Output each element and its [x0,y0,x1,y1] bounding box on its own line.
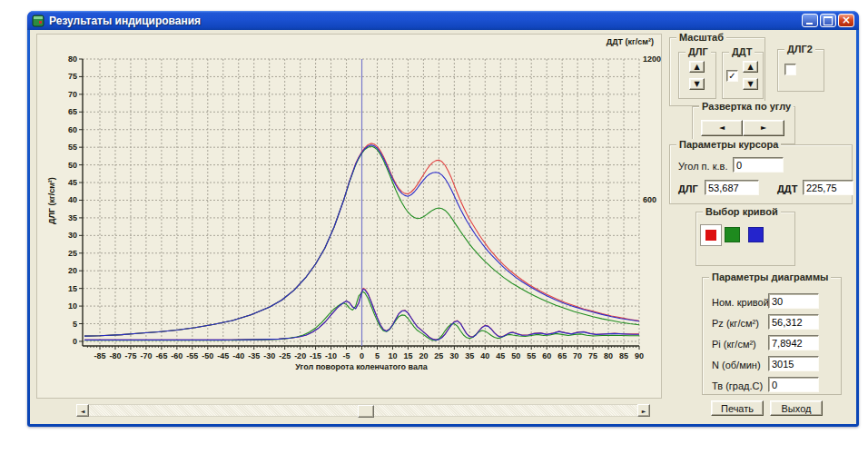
svg-text:0: 0 [73,337,77,346]
maximize-button[interactable] [820,14,836,27]
svg-text:10: 10 [388,351,397,360]
diagram-row-label: Pi (кг/см²) [712,339,756,350]
exit-button[interactable]: Выход [770,400,823,416]
svg-text:55: 55 [527,351,536,360]
svg-text:1200: 1200 [643,54,661,64]
minimize-button[interactable] [802,14,818,27]
svg-text:65: 65 [557,351,567,360]
dlg-spin-up-button[interactable]: ▲ [689,61,705,73]
svg-text:35: 35 [68,213,77,222]
print-button[interactable]: Печать [711,400,764,416]
svg-text:80: 80 [68,54,77,64]
scroll-left-button[interactable]: ◄ [76,404,89,417]
x-axis-title: Угол поворота коленчатого вала [223,362,499,371]
sweep-right-button[interactable]: ► [743,120,784,136]
ddt-spin-up-button[interactable]: ▲ [743,61,758,73]
svg-text:0: 0 [360,351,364,360]
svg-text:-65: -65 [155,351,167,360]
scale-caption: Масштаб [676,32,726,43]
svg-text:80: 80 [604,351,613,360]
svg-text:70: 70 [573,351,582,360]
svg-text:-10: -10 [325,351,337,360]
svg-text:-50: -50 [202,351,213,360]
cursor-angle-label: Угол п. к.в. [678,161,727,172]
maximize-icon [824,16,833,25]
svg-text:40: 40 [68,195,77,204]
svg-text:-60: -60 [171,351,182,360]
sweep-left-button[interactable]: ◄ [701,120,743,136]
diagram-row-label: Pz (кг/см²) [712,318,759,329]
cursor-caption: Параметры курсора [676,139,781,150]
diagram-row-label: Ном. кривой [712,297,769,308]
svg-text:5: 5 [73,320,77,329]
svg-text:-25: -25 [279,351,291,360]
curve-color-red-button[interactable] [700,224,722,246]
svg-text:-30: -30 [263,351,275,360]
close-icon: × [842,15,851,25]
diagram-caption: Параметры диаграммы [709,271,831,282]
ddt-spin-down-button[interactable]: ▼ [743,78,758,90]
app-icon [32,15,44,27]
curve-select-caption: Выбор кривой [703,206,781,217]
pi-field[interactable] [768,335,819,350]
svg-text:-20: -20 [294,351,306,360]
chart-scrollbar: ◄ ► [76,404,650,417]
close-button[interactable]: × [838,14,854,27]
svg-text:30: 30 [449,351,459,360]
pz-field[interactable] [768,314,819,330]
ddt-caption: ДДТ [729,46,755,57]
scroll-left-icon: ◄ [81,408,85,414]
cursor-ddt-label: ДДТ [777,183,797,194]
scale-groupbox: Масштаб ДЛГ ▲ ▼ ДДТ ✓ ▲ ▼ [669,37,765,106]
cursor-dlg-label: ДЛГ [678,183,698,194]
chart-plot[interactable]: -85-80-75-70-65-60-55-50-45-40-35-30-25-… [37,35,661,398]
curve-color-blue-button[interactable] [748,227,764,242]
svg-text:25: 25 [68,249,77,258]
svg-text:60: 60 [542,351,551,360]
svg-text:60: 60 [68,125,77,134]
svg-text:-15: -15 [310,351,321,360]
cursor-angle-field[interactable] [733,157,784,173]
tv-field[interactable] [768,377,819,392]
left-icon: ◄ [719,124,725,132]
ddt-checkbox[interactable]: ✓ [726,70,738,82]
svg-text:85: 85 [619,351,628,360]
svg-text:10: 10 [68,301,77,311]
svg-text:-35: -35 [248,351,260,360]
dlg-caption: ДЛГ [686,46,711,57]
svg-text:75: 75 [68,72,77,81]
minimize-icon [806,23,813,25]
curve-number-field[interactable] [768,293,819,309]
chart-panel: ДДТ (кг/см²) ДЛГ (кг/см²) Угол поворота … [36,34,662,399]
dlg2-groupbox: ДЛГ2 [777,49,824,92]
svg-text:40: 40 [480,351,489,360]
client-area: ДДТ (кг/см²) ДЛГ (кг/см²) Угол поворота … [30,30,856,424]
diagram-row-label: N (об/мин) [712,360,761,370]
svg-text:50: 50 [511,351,520,360]
svg-text:45: 45 [496,351,505,360]
red-swatch [705,230,716,241]
svg-text:20: 20 [68,266,77,275]
cursor-dlg-field[interactable] [705,180,759,195]
diagram-row-label: Тв (град.С) [712,380,763,391]
dlg2-checkbox[interactable] [784,64,796,75]
curve-select-groupbox: Выбор кривой [695,212,795,266]
curve-color-green-button[interactable] [725,227,740,242]
svg-text:-70: -70 [140,351,152,360]
svg-text:45: 45 [68,178,77,187]
scrollbar-track[interactable] [89,404,637,417]
svg-text:-80: -80 [109,351,121,360]
svg-text:15: 15 [68,284,77,293]
svg-text:30: 30 [68,231,77,240]
title-bar[interactable]: Результаты индицирования × [27,11,859,30]
svg-text:20: 20 [419,351,428,360]
scroll-right-button[interactable]: ► [637,404,650,417]
rpm-field[interactable] [768,356,819,371]
dlg-spin-down-button[interactable]: ▼ [689,78,705,90]
up-icon: ▲ [694,64,699,71]
dlg2-caption: ДЛГ2 [784,44,815,54]
cursor-ddt-field[interactable] [803,180,853,195]
svg-text:55: 55 [68,143,77,152]
scrollbar-thumb[interactable] [358,405,374,418]
svg-text:-55: -55 [186,351,198,360]
